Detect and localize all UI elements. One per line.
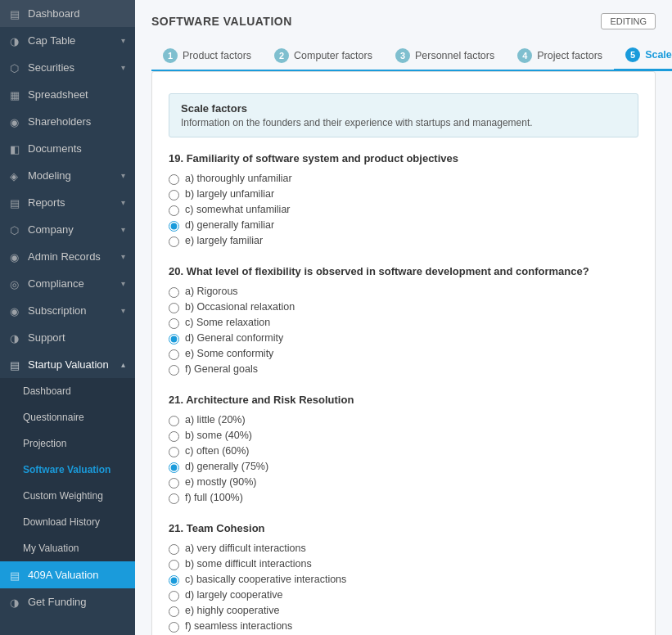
sidebar-sub-software-valuation[interactable]: Software Valuation (0, 457, 135, 483)
sidebar-item-label: Compliance (28, 277, 115, 290)
sidebar-item-subscription[interactable]: ◉ Subscription ▾ (0, 297, 135, 324)
sidebar-sub-my-valuation[interactable]: My Valuation (0, 535, 135, 561)
sidebar-item-startup-valuation[interactable]: ▤ Startup Valuation ▴ (0, 351, 135, 378)
option-q19e[interactable]: e) largely familiar (169, 233, 638, 249)
option-q19c[interactable]: c) somewhat unfamiliar (169, 202, 638, 218)
sidebar-item-label: Cap Table (28, 34, 115, 47)
option-label: e) Some conformity (185, 348, 273, 359)
sidebar-item-securities[interactable]: ⬡ Securities ▾ (0, 54, 135, 81)
option-q22d[interactable]: d) largely cooperative (169, 588, 638, 603)
tab-product-factors[interactable]: 1 Product factors (151, 41, 263, 70)
tab-label-5: Scale factors (645, 49, 672, 61)
option-label: b) largely unfamiliar (185, 188, 274, 200)
sidebar-item-spreadsheet[interactable]: ▦ Spreadsheet (0, 81, 135, 108)
question-22-team: 21. Team Cohesion a) very difficult inte… (169, 522, 638, 634)
securities-icon: ⬡ (10, 62, 21, 74)
sidebar-item-captable[interactable]: ◑ Cap Table ▾ (0, 27, 135, 54)
option-q21d[interactable]: d) generally (75%) (169, 459, 638, 475)
option-q22a[interactable]: a) very difficult interactions (169, 541, 638, 556)
option-q20a[interactable]: a) Rigorous (169, 284, 638, 299)
chevron-down-icon: ▾ (121, 198, 125, 207)
sidebar-item-compliance[interactable]: ◎ Compliance ▾ (0, 270, 135, 297)
tab-personnel-factors[interactable]: 3 Personnel factors (384, 41, 506, 70)
sidebar-item-label: Startup Valuation (28, 358, 115, 371)
sidebar-item-support[interactable]: ◑ Support (0, 324, 135, 351)
page-title: SOFTWARE VALUATION (151, 15, 292, 28)
sidebar-sub-projection[interactable]: Projection (0, 430, 135, 457)
tab-num-4: 4 (517, 48, 532, 63)
sidebar-item-label: Company (28, 223, 115, 236)
tab-num-2: 2 (274, 48, 289, 63)
option-label: b) Occasional relaxation (185, 301, 295, 313)
sidebar-item-company[interactable]: ⬡ Company ▾ (0, 216, 135, 243)
option-label: a) Rigorous (185, 286, 238, 297)
company-icon: ⬡ (10, 224, 21, 236)
chevron-down-icon: ▾ (121, 252, 125, 261)
sidebar-item-label: Custom Weighting (23, 490, 125, 502)
sidebar-item-reports[interactable]: ▤ Reports ▾ (0, 189, 135, 216)
option-label: f) full (100%) (185, 492, 243, 503)
section-info-box: Scale factors Information on the founder… (169, 93, 638, 137)
tab-scale-factors[interactable]: 5 Scale factors (614, 41, 672, 71)
option-label: a) very difficult interactions (185, 543, 306, 554)
tab-num-3: 3 (395, 48, 410, 63)
question-21-arch-title: 21. Architecture and Risk Resolution (169, 394, 638, 406)
main-content: SOFTWARE VALUATION EDITING 1 Product fac… (135, 0, 672, 635)
option-q20f[interactable]: f) General goals (169, 362, 638, 377)
option-q22b[interactable]: b) some difficult interactions (169, 556, 638, 572)
compliance-icon: ◎ (10, 278, 21, 290)
question-22-title: 21. Team Cohesion (169, 522, 638, 534)
option-q19b[interactable]: b) largely unfamiliar (169, 187, 638, 202)
captable-icon: ◑ (10, 35, 21, 47)
option-q20e[interactable]: e) Some conformity (169, 346, 638, 362)
sidebar-sub-download-history[interactable]: Download History (0, 509, 135, 535)
sidebar-sub-custom-weighting[interactable]: Custom Weighting (0, 483, 135, 509)
question-19: 19. Familiarity of software system and p… (169, 152, 638, 249)
tab-project-factors[interactable]: 4 Project factors (506, 41, 614, 70)
chevron-down-icon: ▴ (121, 360, 125, 369)
option-label: c) Some relaxation (185, 317, 270, 328)
sidebar-item-dashboard[interactable]: ▤ Dashboard (0, 0, 135, 27)
tab-bar: 1 Product factors 2 Computer factors 3 P… (151, 41, 656, 71)
option-q22f[interactable]: f) seamless interactions (169, 619, 638, 634)
sidebar-sub-dashboard[interactable]: Dashboard (0, 378, 135, 404)
reports-icon: ▤ (10, 197, 21, 209)
sidebar-item-label: Projection (23, 438, 125, 449)
sidebar-item-409a[interactable]: ▤ 409A Valuation (0, 561, 135, 588)
tab-computer-factors[interactable]: 2 Computer factors (263, 41, 384, 70)
option-q21f[interactable]: f) full (100%) (169, 490, 638, 506)
option-label: c) basically cooperative interactions (185, 574, 346, 585)
sidebar-item-modeling[interactable]: ◈ Modeling ▾ (0, 162, 135, 189)
option-label: e) largely familiar (185, 235, 263, 246)
question-20: 20. What level of flexibility is observe… (169, 265, 638, 377)
option-label: c) often (60%) (185, 445, 250, 457)
option-label: d) generally familiar (185, 219, 274, 231)
sidebar-sub-questionnaire[interactable]: Questionnaire (0, 404, 135, 430)
option-q22c[interactable]: c) basically cooperative interactions (169, 572, 638, 588)
admin-icon: ◉ (10, 251, 21, 263)
content-area: Scale factors Information on the founder… (151, 71, 656, 635)
option-q20d[interactable]: d) General conformity (169, 331, 638, 346)
option-q21a[interactable]: a) little (20%) (169, 412, 638, 428)
sidebar-item-admin-records[interactable]: ◉ Admin Records ▾ (0, 243, 135, 270)
option-q21c[interactable]: c) often (60%) (169, 444, 638, 459)
option-label: d) General conformity (185, 332, 283, 344)
tab-label-1: Product factors (183, 50, 251, 61)
tab-label-4: Project factors (537, 50, 602, 61)
option-q19d[interactable]: d) generally familiar (169, 218, 638, 233)
sidebar-item-label: Dashboard (23, 385, 125, 397)
option-q19a[interactable]: a) thoroughly unfamiliar (169, 171, 638, 187)
sidebar-item-label: Support (28, 331, 125, 344)
sidebar-item-shareholders[interactable]: ◉ Shareholders (0, 108, 135, 135)
sidebar-item-label: Questionnaire (23, 412, 125, 423)
sidebar-item-documents[interactable]: ◧ Documents (0, 135, 135, 162)
option-q20b[interactable]: b) Occasional relaxation (169, 299, 638, 315)
option-q20c[interactable]: c) Some relaxation (169, 315, 638, 331)
chevron-down-icon: ▾ (121, 36, 125, 45)
sidebar-item-label: Software Valuation (23, 464, 125, 475)
option-q22e[interactable]: e) highly cooperative (169, 603, 638, 619)
option-q21e[interactable]: e) mostly (90%) (169, 475, 638, 490)
sidebar-item-get-funding[interactable]: ◑ Get Funding (0, 588, 135, 615)
sidebar: ▤ Dashboard ◑ Cap Table ▾ ⬡ Securities ▾… (0, 0, 135, 635)
option-q21b[interactable]: b) some (40%) (169, 428, 638, 444)
